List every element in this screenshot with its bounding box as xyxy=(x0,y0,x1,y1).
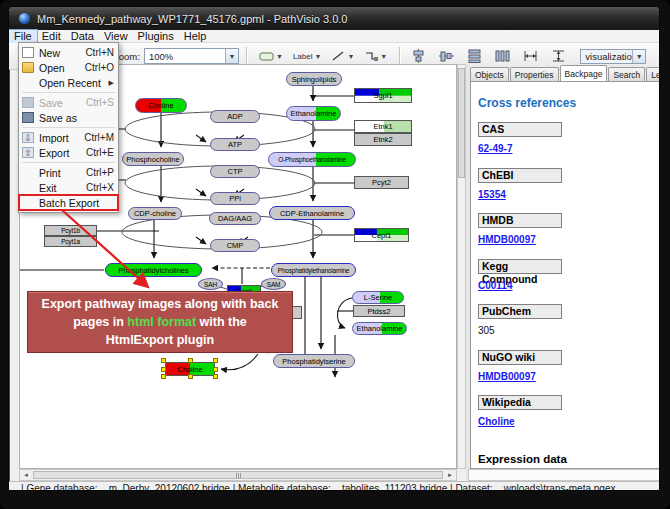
horizontal-scrollbar[interactable]: ◄ ► xyxy=(19,469,457,481)
menu-item-edit[interactable]: Edit xyxy=(37,30,66,43)
pathway-node-adp[interactable]: ADP xyxy=(210,110,260,123)
chevron-down-icon[interactable]: ▼ xyxy=(380,53,387,60)
pathway-node-sgpl1[interactable]: Sgpl1 xyxy=(354,88,412,103)
pathway-node-ethanolamine[interactable]: Ethanolamine xyxy=(286,106,341,121)
pathway-node-ethanolamine[interactable]: Ethanolamine xyxy=(352,322,407,335)
chevron-down-icon[interactable]: ▼ xyxy=(632,50,645,63)
pathway-node-sah[interactable]: SAH xyxy=(198,278,223,290)
pathway-node-ptdss2[interactable]: Ptdss2 xyxy=(353,305,405,317)
chevron-down-icon[interactable]: ▼ xyxy=(276,53,283,60)
menu-item-plugins[interactable]: Plugins xyxy=(133,30,179,43)
menu-item-label: New xyxy=(39,47,85,59)
selection-handle[interactable] xyxy=(161,367,166,372)
tab-properties[interactable]: Properties xyxy=(510,67,559,81)
horizontal-scrollbar-thumb[interactable] xyxy=(33,471,443,479)
file-menu-item-save[interactable]: SaveCtrl+S xyxy=(19,95,118,110)
file-menu-item-import[interactable]: ImportCtrl+M xyxy=(19,130,118,145)
pathway-node-cdp-choline[interactable]: CDP-choline xyxy=(128,207,182,220)
side-panel-tabs: ObjectsPropertiesBackpageSearchLegend xyxy=(470,65,660,81)
title-bar[interactable]: Mm_Kennedy_pathway_WP1771_45176.gpml - P… xyxy=(9,7,659,30)
cross-reference-link-wikipedia[interactable]: Choline xyxy=(478,416,515,427)
file-menu-item-export[interactable]: ExportCtrl+E xyxy=(19,145,118,160)
pathway-node-dag-aag[interactable]: DAG/AAG xyxy=(209,212,261,225)
cross-reference-link-cas[interactable]: 62-49-7 xyxy=(478,143,512,154)
tab-backpage[interactable]: Backpage xyxy=(560,65,608,81)
node-label: Etnk2 xyxy=(373,135,392,144)
pathway-node-sam[interactable]: SAM xyxy=(261,278,286,290)
pathway-node-phosphatidylethanolamine[interactable]: Phosphatidylethanolamine xyxy=(271,263,356,277)
file-menu-item-open[interactable]: OpenCtrl+O xyxy=(19,60,118,75)
file-menu-item-save-as[interactable]: Save as xyxy=(19,110,118,125)
database-header-wikipedia: Wikipedia xyxy=(478,395,562,410)
node-label: Sphingolipids xyxy=(292,75,337,84)
pathway-node-cmp[interactable]: CMP xyxy=(210,239,260,252)
gene-tool-button[interactable]: ▼ xyxy=(257,50,285,63)
selection-handle[interactable] xyxy=(161,374,166,379)
vertical-scrollbar[interactable] xyxy=(457,64,466,469)
menu-item-data[interactable]: Data xyxy=(66,30,99,43)
common-height-icon[interactable] xyxy=(551,49,566,63)
pathway-node-ctp[interactable]: CTP xyxy=(210,165,260,178)
connector-tool-button[interactable]: ▼ xyxy=(362,49,389,63)
file-menu-item-open-recent[interactable]: Open Recent▶ xyxy=(19,75,118,90)
menu-item-help[interactable]: Help xyxy=(179,30,212,43)
cross-reference-link-chebi[interactable]: 15354 xyxy=(478,189,506,200)
pathvisio-logo-icon xyxy=(19,13,30,24)
menu-item-view[interactable]: View xyxy=(99,30,133,43)
label-tool-text: Label xyxy=(293,52,313,61)
common-width-icon[interactable] xyxy=(523,49,538,63)
selection-handle[interactable] xyxy=(188,374,193,379)
pathway-node-cept1[interactable]: Cept1 xyxy=(354,228,409,242)
chevron-down-icon[interactable]: ▼ xyxy=(347,53,354,60)
menu-item-file[interactable]: File xyxy=(9,30,37,43)
pathway-node-etnk1[interactable]: Etnk1 xyxy=(354,120,412,133)
align-center-x-icon[interactable] xyxy=(411,49,426,63)
file-menu-item-new[interactable]: NewCtrl+N xyxy=(19,45,118,60)
chevron-down-icon[interactable]: ▼ xyxy=(314,53,321,60)
file-menu-item-batch-export[interactable]: Batch Export xyxy=(19,195,118,210)
pathway-node-etnk2[interactable]: Etnk2 xyxy=(354,133,412,146)
tab-legend[interactable]: Legend xyxy=(646,67,660,81)
cross-reference-link-kegg-compound[interactable]: C00114 xyxy=(478,280,512,291)
pathway-node-sphingolipids[interactable]: Sphingolipids xyxy=(286,72,342,86)
cross-reference-link-hmdb[interactable]: HMDB00097 xyxy=(478,234,536,245)
scroll-left-arrow-icon[interactable]: ◄ xyxy=(20,470,32,480)
pathway-node-phosphatidylcholines[interactable]: Phosphatidylcholines xyxy=(105,263,202,277)
tab-search[interactable]: Search xyxy=(608,67,645,81)
pathway-node-ppi[interactable]: PPi xyxy=(210,192,260,205)
selection-handle[interactable] xyxy=(213,367,218,372)
selection-handle[interactable] xyxy=(213,374,218,379)
cross-reference-value-nugo-wiki: HMDB00097 xyxy=(478,371,536,382)
alignment-tools xyxy=(411,49,566,63)
vertical-scrollbar-thumb[interactable] xyxy=(458,68,465,178)
distribute-horizontal-icon[interactable] xyxy=(495,49,510,63)
pathway-node-pcyt1a[interactable]: Pcyt1a xyxy=(44,236,97,247)
pathway-node-pcyt2[interactable]: Pcyt2 xyxy=(354,176,409,189)
node-label: Ptdss2 xyxy=(368,307,391,316)
selection-handle[interactable] xyxy=(188,358,193,363)
file-menu-item-exit[interactable]: ExitCtrl+X xyxy=(19,180,118,195)
pathway-node-choline[interactable]: Choline xyxy=(135,98,187,113)
pathway-node-l-serine[interactable]: L-Serine xyxy=(352,291,404,304)
node-label: ADP xyxy=(227,112,242,121)
pathway-node-cdp-ethanolamine[interactable]: CDP-Ethanolamine xyxy=(269,206,355,220)
align-center-y-icon[interactable] xyxy=(439,49,454,63)
distribute-vertical-icon[interactable] xyxy=(467,49,482,63)
file-menu-item-print[interactable]: PrintCtrl+P xyxy=(19,165,118,180)
pathway-node-phosphatidylserine[interactable]: Phosphatidylserine xyxy=(273,354,355,368)
tab-objects[interactable]: Objects xyxy=(470,67,509,81)
pathway-node-o-phosphoethanolamine[interactable]: O-Phosphoethanolamine xyxy=(268,152,356,167)
pathway-node-pcyt1b[interactable]: Pcyt1b xyxy=(44,225,97,236)
visualization-combobox[interactable]: visualization ▼ xyxy=(580,49,646,64)
chevron-down-icon[interactable]: ▼ xyxy=(225,49,238,63)
selection-handle[interactable] xyxy=(161,358,166,363)
pathway-node-phosphocholine[interactable]: Phosphocholine xyxy=(122,152,184,166)
selection-handle[interactable] xyxy=(213,358,218,363)
pathway-node-atp[interactable]: ATP xyxy=(210,138,260,151)
label-tool-button[interactable]: Label ▼ xyxy=(291,51,324,62)
line-tool-button[interactable]: ▼ xyxy=(329,49,356,63)
gene-node-icon xyxy=(259,51,274,62)
zoom-combobox[interactable]: 100% ▼ xyxy=(144,48,239,64)
scroll-right-arrow-icon[interactable]: ► xyxy=(444,470,456,480)
cross-reference-link-nugo-wiki[interactable]: HMDB00097 xyxy=(478,371,536,382)
